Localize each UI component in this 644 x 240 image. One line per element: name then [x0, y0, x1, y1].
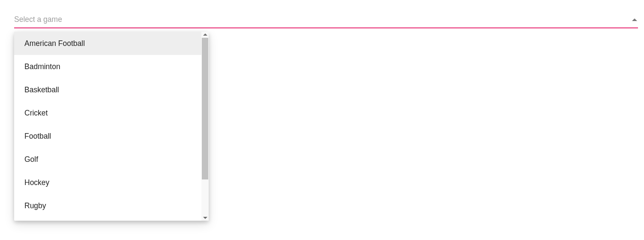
game-select[interactable]: Select a game	[14, 12, 638, 28]
options-list: American Football Badminton Basketball C…	[14, 32, 201, 221]
chevron-up-icon	[632, 18, 637, 21]
option-basketball[interactable]: Basketball	[14, 78, 201, 101]
scroll-thumb[interactable]	[202, 38, 208, 179]
option-golf[interactable]: Golf	[14, 148, 201, 171]
dropdown-scrollbar[interactable]	[201, 32, 209, 221]
scroll-up-icon[interactable]	[203, 33, 207, 36]
scroll-track[interactable]	[202, 38, 208, 215]
scroll-down-icon[interactable]	[203, 217, 207, 219]
option-hockey[interactable]: Hockey	[14, 171, 201, 194]
option-badminton[interactable]: Badminton	[14, 55, 201, 78]
option-cricket[interactable]: Cricket	[14, 101, 201, 125]
option-rugby[interactable]: Rugby	[14, 194, 201, 217]
game-select-dropdown: American Football Badminton Basketball C…	[14, 32, 209, 221]
option-american-football[interactable]: American Football	[14, 32, 201, 55]
select-placeholder: Select a game	[14, 16, 62, 24]
option-football[interactable]: Football	[14, 125, 201, 148]
